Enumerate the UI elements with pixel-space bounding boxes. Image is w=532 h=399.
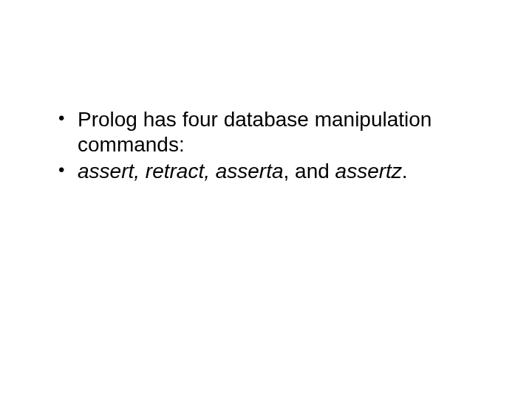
bullet-item-1: Prolog has four database manipulation co… — [55, 107, 477, 157]
bullet-plain-2: . — [402, 160, 408, 183]
slide-content: Prolog has four database manipulation co… — [0, 0, 532, 399]
bullet-italic-command-last: assertz — [335, 160, 402, 183]
bullet-item-2: assert, retract, asserta, and assertz. — [55, 159, 477, 184]
bullet-italic-commands: assert, retract, asserta — [78, 160, 284, 183]
bullet-list: Prolog has four database manipulation co… — [55, 107, 477, 184]
bullet-text: Prolog has four database manipulation co… — [78, 108, 432, 156]
bullet-plain-1: , and — [284, 160, 335, 183]
